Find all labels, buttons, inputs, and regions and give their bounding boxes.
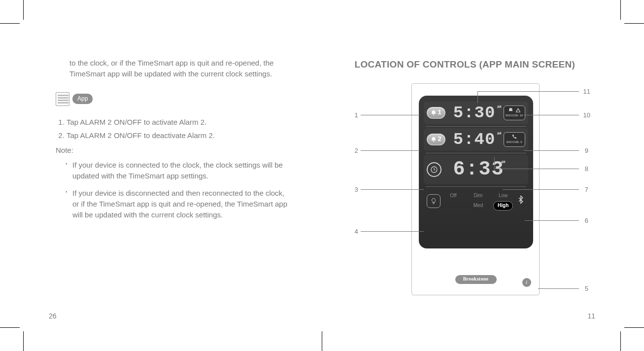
leader-line — [524, 150, 579, 151]
leader-line — [524, 115, 579, 115]
leader-line — [503, 189, 579, 190]
app-screen: 1 5:30 AM SNOOZE: 10 — [419, 96, 533, 248]
leader-line — [361, 150, 420, 151]
leader-line — [525, 220, 579, 221]
callout-1: 1 — [355, 111, 358, 120]
leader-line — [361, 189, 424, 190]
bulb-icon — [430, 198, 437, 205]
page-number-left: 26 — [49, 311, 57, 321]
callout-5: 5 — [585, 284, 588, 294]
clock-ampm: AM — [501, 161, 505, 164]
crop-mark — [0, 327, 20, 328]
leader-line — [477, 91, 478, 103]
leader-line — [361, 115, 420, 115]
note-label: Note: — [56, 145, 290, 156]
steps-list: Tap ALARM 2 ON/OFF to activate Alarm 2. … — [67, 117, 290, 141]
dimmer-high-selected[interactable]: High — [493, 201, 513, 211]
alarm2-ampm: AM — [497, 132, 501, 136]
crop-mark — [620, 331, 621, 351]
info-button[interactable]: i — [522, 278, 531, 287]
alarm-icon — [431, 110, 437, 116]
clock-time[interactable]: 6:33 AM — [453, 160, 505, 179]
alarm1-toggle[interactable]: 1 — [427, 107, 445, 119]
leader-line — [538, 288, 579, 289]
crop-mark — [23, 0, 24, 20]
note-bullet: If your device is connected to the clock… — [66, 160, 290, 181]
clock-row: 6:33 AM — [424, 155, 528, 184]
alarm2-toggle[interactable]: 2 — [427, 134, 445, 145]
dimmer-row: Off Dim Low Med High — [424, 188, 528, 215]
note-bullets: If your device is connected to the clock… — [66, 160, 290, 220]
backlight-button[interactable] — [427, 194, 441, 208]
step-item: Tap ALARM 2 ON/OFF to activate Alarm 2. — [67, 117, 290, 128]
dimmer-low[interactable]: Low — [493, 192, 513, 200]
alarm-icon — [431, 137, 437, 142]
callout-7: 7 — [585, 185, 588, 195]
crop-mark-center — [322, 331, 322, 351]
crop-mark — [624, 327, 644, 328]
alarm1-time[interactable]: 5:30 AM — [448, 105, 501, 121]
clock-icon — [430, 166, 438, 174]
dimmer-options[interactable]: Off Dim Low Med High — [443, 192, 513, 211]
alarm2-time[interactable]: 5:40 AM — [448, 131, 501, 148]
leader-line — [494, 157, 495, 169]
controls-diagram: 1 5:30 AM SNOOZE: 10 — [355, 80, 589, 317]
alarm2-row: 2 5:40 AM SNOOZE: 5 — [424, 128, 528, 151]
alarm1-snooze-box[interactable]: SNOOZE: 10 — [504, 105, 525, 120]
crop-mark — [620, 0, 621, 20]
callout-2: 2 — [355, 146, 358, 156]
step-item: Tap ALARM 2 ON/OFF to deactivate Alarm 2… — [67, 130, 290, 141]
callout-4: 4 — [355, 227, 358, 237]
callout-8: 8 — [585, 165, 588, 174]
callout-9: 9 — [585, 146, 588, 156]
intro-paragraph: to the clock, or if the TimeSmart app is… — [69, 58, 290, 79]
leader-line — [361, 231, 424, 232]
alarm1-number: 1 — [438, 108, 441, 117]
alarm1-ampm: AM — [497, 105, 501, 109]
callout-10: 10 — [583, 111, 590, 120]
page-right: LOCATION OF CONTROLS (APP MAIN SCREEN) 1… — [322, 23, 621, 328]
app-thumbnail-icon — [56, 92, 69, 106]
crop-mark — [624, 23, 644, 24]
page-number-right: 11 — [587, 311, 595, 321]
callout-6: 6 — [585, 216, 588, 226]
alarm2-snooze-box[interactable]: SNOOZE: 5 — [504, 132, 525, 147]
bluetooth-button[interactable] — [516, 195, 525, 207]
crop-mark — [23, 331, 24, 351]
page-left: to the clock, or if the TimeSmart app is… — [23, 23, 322, 328]
brand-badge: Brookstone — [455, 275, 497, 284]
alarm1-row: 1 5:30 AM SNOOZE: 10 — [424, 102, 528, 124]
section-title: LOCATION OF CONTROLS (APP MAIN SCREEN) — [355, 58, 589, 71]
note-bullet: If your device is disconnected and then … — [66, 188, 290, 220]
bell-icon — [508, 107, 513, 113]
alarm2-snooze-label: SNOOZE: 5 — [506, 140, 522, 144]
leader-line — [494, 169, 579, 169]
dimmer-off[interactable]: Off — [443, 192, 464, 200]
callout-11: 11 — [583, 87, 590, 97]
warning-icon — [515, 107, 521, 113]
callout-3: 3 — [355, 185, 358, 195]
dimmer-dim[interactable]: Dim — [468, 192, 488, 200]
leader-line — [477, 91, 579, 92]
clock-icon-button[interactable] — [427, 162, 441, 177]
crop-mark — [0, 23, 20, 24]
alarm1-snooze-label: SNOOZE: 10 — [506, 113, 523, 118]
app-badge-row: App — [56, 92, 290, 106]
page-spread: to the clock, or if the TimeSmart app is… — [23, 23, 621, 328]
app-pill-label: App — [72, 94, 93, 104]
phone-icon — [511, 134, 517, 140]
dimmer-med[interactable]: Med — [468, 202, 488, 210]
alarm2-number: 2 — [438, 135, 441, 144]
bluetooth-icon — [516, 195, 525, 204]
